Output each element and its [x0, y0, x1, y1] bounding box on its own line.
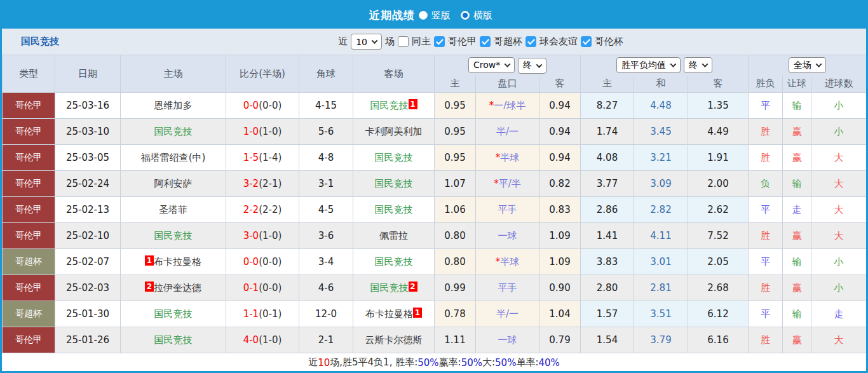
table-row: 哥伦甲 25-02-24 阿利安萨 3-2(2-1) 3-1 国民竞技 1.07…	[3, 171, 867, 197]
chevron-down-icon	[702, 61, 708, 67]
halftime-score: (1-4)	[259, 152, 281, 163]
home-team: 国民竞技	[121, 119, 226, 145]
match-date: 25-03-05	[55, 145, 121, 171]
home-team-name: 布卡拉曼格	[154, 256, 201, 268]
sub-header-wdl: 胜负	[749, 76, 783, 93]
league-checkbox-0[interactable]	[434, 36, 445, 47]
avg-time-select[interactable]: 终	[684, 57, 712, 73]
chevron-down-icon	[816, 61, 822, 67]
handicap-cell: 平手	[476, 197, 539, 223]
result-handicap: 赢	[783, 223, 811, 249]
home-team: 国民竞技	[121, 223, 226, 249]
chevron-down-icon	[670, 61, 677, 67]
match-date: 25-02-13	[55, 197, 121, 223]
league-checkbox-1[interactable]	[480, 36, 491, 47]
avg-draw: 2.81	[634, 275, 688, 301]
halftime-score: (1-0)	[259, 230, 281, 241]
match-date: 25-03-16	[55, 93, 121, 119]
league-badge: 哥超杯	[3, 249, 55, 275]
league-checkbox-2[interactable]	[526, 36, 536, 47]
avg-draw: 3.79	[634, 327, 688, 353]
chevron-down-icon	[505, 61, 511, 67]
corner-count: 4-5	[299, 197, 353, 223]
halftime-score: (1-0)	[259, 334, 281, 346]
odds-home: 0.95	[435, 93, 476, 119]
league-checkbox-3[interactable]	[581, 36, 592, 47]
table-row: 哥伦甲 25-02-10 国民竞技 3-0(1-0) 3-6 佩雷拉 0.80 …	[3, 223, 867, 249]
odds-company-select[interactable]: Crow*	[468, 57, 515, 73]
result-goals: 走	[811, 301, 867, 327]
corner-count: 3-1	[299, 171, 353, 197]
same-home-checkbox[interactable]	[398, 36, 409, 47]
table-row: 哥超杯 25-02-07 1布卡拉曼格 0-0(0-0) 3-4 国民竞技 0.…	[3, 249, 867, 275]
home-team-name: 国民竞技	[154, 230, 193, 241]
away-team-name: 国民竞技	[375, 256, 413, 268]
layout-radio-vertical-label[interactable]: 竖版	[431, 10, 451, 22]
odds-away: 0.83	[539, 197, 581, 223]
avg-away: 2.00	[688, 171, 749, 197]
star-mark: *	[494, 178, 499, 189]
away-team: 国民竞技1	[353, 93, 435, 119]
away-team: 国民竞技2	[353, 275, 435, 301]
table-row: 哥超杯 25-01-30 国民竞技 1-1(0-1) 12-0 布卡拉曼格1 0…	[3, 301, 867, 327]
home-team: 福塔雷绍查(中)	[121, 145, 226, 171]
corner-count: 4-6	[299, 275, 353, 301]
handicap-cell: *半球	[476, 249, 539, 275]
avg-home: 4.08	[581, 145, 634, 171]
col-header-date: 日期	[55, 55, 121, 93]
rank-badge: 2	[145, 281, 154, 292]
sub-header-handicap-result: 让球	[783, 76, 811, 93]
filter-controls: 近 10 场 同主 哥伦甲 哥超杯 球会友谊 哥伦杯	[338, 34, 623, 50]
handicap-line: 半球	[500, 152, 519, 163]
summary-segment: 50%	[461, 357, 482, 369]
score-cell: 0-0(0-0)	[226, 249, 299, 275]
halftime-score: (0-0)	[259, 282, 281, 294]
table-row: 哥伦甲 25-03-16 恩维加多 0-0(0-0) 4-15 国民竞技1 0.…	[3, 93, 867, 119]
odds-away: 0.82	[539, 171, 581, 197]
away-team-name: 国民竞技	[370, 100, 409, 111]
title-bar: 近期战绩 竖版 横版	[2, 2, 866, 29]
handicap-line: 半/一	[496, 308, 519, 320]
match-count-select[interactable]: 10	[351, 34, 382, 50]
home-team: 2拉伊奎达德	[121, 275, 226, 301]
table-row: 哥伦甲 25-03-05 福塔雷绍查(中) 1-5(1-4) 4-8 国民竞技 …	[3, 145, 867, 171]
sub-header-odds-away: 客	[539, 76, 581, 93]
match-date: 25-03-10	[55, 119, 121, 145]
odds-away: 1.09	[539, 249, 581, 275]
away-team-name: 云斯卡尔德斯	[365, 334, 423, 346]
avg-away: 6.12	[688, 301, 749, 327]
result-handicap: 输	[783, 301, 811, 327]
corner-count: 2-1	[299, 327, 353, 353]
avg-home: 1.54	[581, 327, 634, 353]
avg-draw: 3.45	[634, 119, 688, 145]
avg-home: 2.80	[581, 275, 634, 301]
corner-count: 5-6	[299, 119, 353, 145]
avg-home: 3.83	[581, 249, 634, 275]
league-badge: 哥伦甲	[3, 171, 55, 197]
avg-draw: 3.09	[634, 171, 688, 197]
odds-time-select[interactable]: 终	[518, 58, 546, 74]
sub-header-handicap: 盘口	[476, 76, 539, 93]
league-label-3: 哥伦杯	[595, 36, 623, 48]
fulltime-score: 0-0	[243, 256, 259, 268]
result-wdl: 胜	[749, 145, 783, 171]
away-team: 云斯卡尔德斯	[353, 327, 435, 353]
result-scope-select[interactable]: 全场	[789, 57, 826, 73]
avg-draw: 3.51	[634, 301, 688, 327]
table-row: 哥伦甲 25-01-26 国民竞技 4-0(1-0) 2-1 云斯卡尔德斯 1.…	[3, 327, 867, 353]
handicap-cell: 一球	[476, 223, 539, 249]
home-team: 1布卡拉曼格	[121, 249, 226, 275]
result-handicap: 赢	[783, 145, 811, 171]
layout-radio-vertical[interactable]	[419, 11, 428, 20]
layout-radio-horizontal[interactable]	[461, 11, 470, 20]
layout-radio-horizontal-label[interactable]: 横版	[473, 10, 492, 22]
odds-away: 0.90	[539, 275, 581, 301]
result-goals: 小	[811, 119, 867, 145]
avg-draw: 2.82	[634, 197, 688, 223]
avg-source-select[interactable]: 胜平负均值	[616, 57, 681, 73]
table-row: 哥伦甲 25-02-13 圣塔菲 2-2(2-2) 4-5 国民竞技 1.06 …	[3, 197, 867, 223]
rank-badge: 1	[413, 308, 422, 318]
rank-badge: 1	[145, 255, 154, 266]
home-team-name: 圣塔菲	[159, 204, 187, 215]
home-team-name: 恩维加多	[154, 100, 193, 111]
